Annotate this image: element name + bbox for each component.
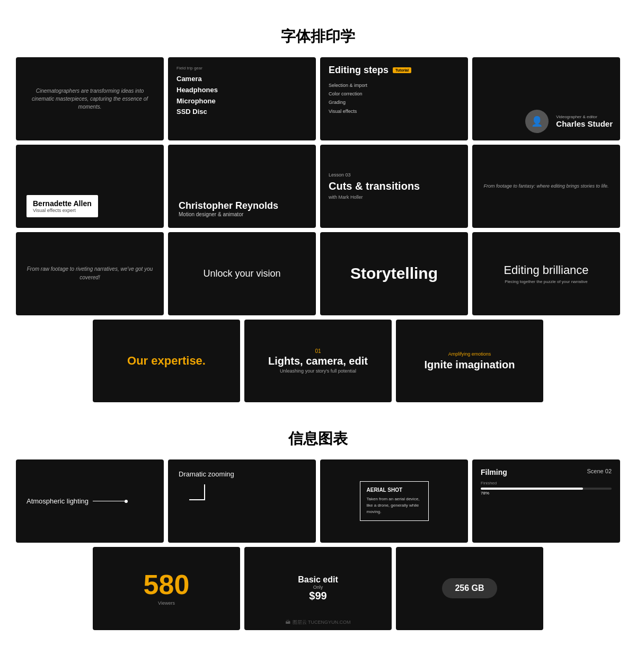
lights-title: Lights, camera, edit	[268, 355, 368, 367]
viewers-label: Viewers	[158, 600, 175, 606]
infographics-row-2: 580 Viewers Basic edit Only $99 256 GB 🏔…	[93, 547, 543, 630]
cuts-sub: with Mark Holler	[329, 194, 363, 200]
typography-row-3: From raw footage to riveting narratives,…	[16, 232, 620, 315]
charles-avatar: 👤	[525, 110, 549, 133]
bernadette-nametag: Bernadette Allen Visual effects expert	[26, 195, 98, 217]
card-cinematographers: Cinematographers are transforming ideas …	[16, 57, 164, 140]
infographics-row-1: Atmospheric lighting Dramatic zooming AE…	[16, 459, 620, 543]
watermark: 🏔 图层云 TUCENGYUN.COM	[286, 619, 351, 626]
card-raw-footage: From raw footage to riveting narratives,…	[16, 232, 164, 315]
section-title-infographics: 信息图表	[16, 429, 620, 449]
filming-title: Filming	[481, 468, 507, 476]
card-basic-edit: Basic edit Only $99	[244, 547, 392, 630]
card-unlock-vision: Unlock your vision	[168, 232, 316, 315]
christopher-role: Motion designer & animator	[179, 211, 243, 217]
card-christopher-reynolds: Christopher Reynolds Motion designer & a…	[168, 145, 316, 228]
aerial-box: AERIAL SHOT Taken from an aerial device,…	[360, 481, 429, 521]
arrow-line-segment	[93, 501, 125, 501]
charles-info: Videographer & editor Charles Studer	[556, 114, 613, 128]
card-editing-steps: Editing steps Tutorial Selection & impor…	[320, 57, 468, 140]
ignite-label: Amplifying emotions	[448, 351, 491, 357]
arrow-dot	[125, 500, 128, 503]
christopher-name: Christopher Reynolds	[179, 200, 278, 211]
card-cuts-transitions: Lesson 03 Cuts & transitions with Mark H…	[320, 145, 468, 228]
editing-step-2: Color correction	[329, 90, 411, 98]
cinematographers-text: Cinematographers are transforming ideas …	[24, 87, 155, 111]
editing-step-3: Grading	[329, 98, 411, 107]
footage-quote: From footage to fantasy: where editing b…	[483, 183, 608, 189]
editing-steps-content: Editing steps Tutorial Selection & impor…	[329, 65, 411, 116]
atmospheric-arrow	[93, 500, 128, 503]
typography-row-1: Cinematographers are transforming ideas …	[16, 57, 620, 140]
basic-edit-price: $99	[309, 590, 326, 602]
charles-role-label: Videographer & editor	[556, 114, 613, 119]
card-field-trip: Field trip gear Camera Headphones Microp…	[168, 57, 316, 140]
raw-footage-text: From raw footage to riveting narratives,…	[24, 265, 155, 282]
unlock-text: Unlock your vision	[203, 268, 280, 279]
aerial-desc: Taken from an aerial device, like a dron…	[367, 496, 422, 515]
card-aerial-shot: AERIAL SHOT Taken from an aerial device,…	[320, 459, 468, 543]
expertise-text: Our expertise.	[127, 354, 206, 368]
cuts-title: Cuts & transitions	[329, 180, 420, 192]
basic-edit-only: Only	[313, 585, 323, 590]
atmospheric-text: Atmospheric lighting	[26, 497, 89, 505]
filming-progress-fill	[481, 488, 583, 490]
typography-row-4: Our expertise. 01 Lights, camera, edit U…	[93, 320, 543, 402]
watermark-text: 图层云 TUCENGYUN.COM	[293, 619, 351, 626]
lights-sub: Unleashing your story's full potential	[280, 368, 356, 374]
card-storytelling: Storytelling	[320, 232, 468, 315]
card-256gb: 256 GB	[396, 547, 543, 630]
editing-step-1: Selection & import	[329, 81, 411, 90]
dramatic-text: Dramatic zooming	[179, 470, 234, 478]
card-atmospheric: Atmospheric lighting	[16, 459, 164, 543]
charles-profile: 👤 Videographer & editor Charles Studer	[525, 110, 613, 133]
field-trip-label: Field trip gear	[176, 66, 218, 70]
field-trip-list: Field trip gear Camera Headphones Microp…	[176, 66, 218, 118]
brilliance-sub: Piecing together the puzzle of your narr…	[505, 279, 588, 284]
lesson-label: Lesson 03	[329, 172, 351, 178]
brilliance-title: Editing brilliance	[504, 263, 588, 277]
filming-scene: Scene 02	[587, 468, 612, 476]
typography-row-2: Bernadette Allen Visual effects expert C…	[16, 145, 620, 228]
viewers-number: 580	[144, 571, 190, 598]
field-trip-item-4: SSD Disc	[176, 107, 218, 118]
field-trip-item-1: Camera	[176, 74, 218, 85]
tutorial-badge: Tutorial	[393, 67, 411, 73]
card-filming: Filming Scene 02 Finished 78%	[472, 459, 620, 543]
card-charles-studer: 👤 Videographer & editor Charles Studer	[472, 57, 620, 140]
card-ignite-imagination: Amplifying emotions Ignite imagination	[396, 320, 543, 402]
card-dramatic-zooming: Dramatic zooming	[168, 459, 316, 543]
bernadette-box: Bernadette Allen Visual effects expert	[26, 195, 98, 217]
watermark-icon: 🏔	[286, 620, 290, 625]
card-footage-fantasy: From footage to fantasy: where editing b…	[472, 145, 620, 228]
ignite-title: Ignite imagination	[424, 359, 515, 371]
card-580-viewers: 580 Viewers	[93, 547, 240, 630]
charles-name: Charles Studer	[556, 119, 613, 128]
filming-progress-bg	[481, 488, 612, 490]
256gb-pill: 256 GB	[442, 578, 497, 598]
corner-bracket-icon	[189, 484, 205, 500]
card-bernadette: Bernadette Allen Visual effects expert	[16, 145, 164, 228]
filming-progress-pct: 78%	[481, 491, 489, 496]
editing-step-4: Visual effects	[329, 107, 411, 116]
field-trip-item-3: Microphone	[176, 96, 218, 107]
card-editing-brilliance: Editing brilliance Piecing together the …	[472, 232, 620, 315]
aerial-title: AERIAL SHOT	[367, 487, 422, 493]
field-trip-item-2: Headphones	[176, 85, 218, 96]
editing-steps-title: Editing steps	[329, 65, 388, 76]
filming-header: Filming Scene 02	[481, 468, 612, 476]
basic-edit-title: Basic edit	[298, 575, 338, 585]
storytelling-text: Storytelling	[350, 264, 438, 282]
filming-status: Finished	[481, 481, 497, 485]
section-title-typography: 字体排印学	[16, 26, 620, 47]
card-lights-camera: 01 Lights, camera, edit Unleashing your …	[244, 320, 392, 402]
lights-num: 01	[315, 348, 321, 354]
card-our-expertise: Our expertise.	[93, 320, 240, 402]
bernadette-name: Bernadette Allen	[33, 199, 92, 208]
bernadette-role: Visual effects expert	[33, 208, 92, 213]
